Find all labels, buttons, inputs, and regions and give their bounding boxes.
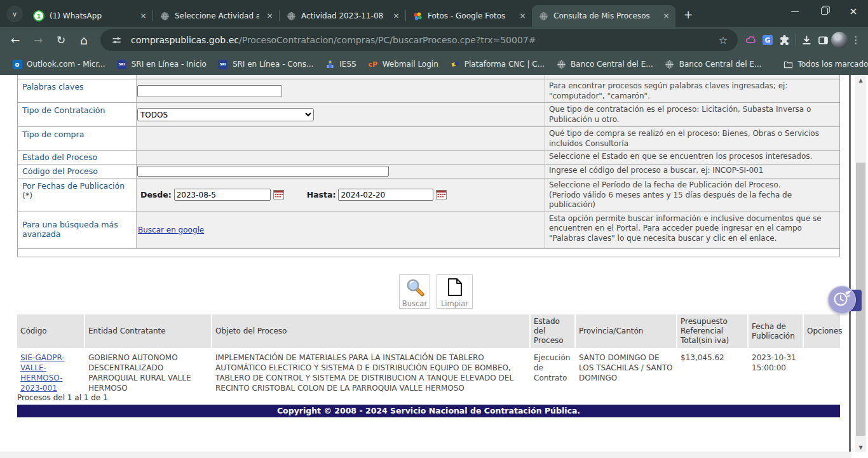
- side-panel-icon[interactable]: [815, 32, 831, 48]
- scroll-down-arrow[interactable]: ▼: [855, 442, 866, 452]
- bookmark-sri-inicio[interactable]: SRI SRI en Línea - Inicio: [112, 57, 211, 71]
- vertical-scrollbar[interactable]: ▲ ▼: [855, 75, 866, 452]
- cell-fecha: 2023-10-31 15:00:00: [749, 348, 804, 375]
- toolbar-divider: [795, 34, 796, 46]
- window-controls: — ×: [780, 0, 868, 27]
- column-header-codigo: Código: [17, 314, 85, 348]
- timer-extension-widget[interactable]: [828, 286, 856, 314]
- tab-seleccione-actividad[interactable]: Seleccione Actividad a modi ×: [153, 5, 279, 27]
- sri-icon: SRI: [218, 59, 228, 69]
- bookmark-webmail[interactable]: cP Webmail Login: [363, 57, 443, 71]
- fecha-hasta-input[interactable]: [338, 189, 433, 201]
- bookmark-outlook[interactable]: o Outlook.com - Micr...: [8, 57, 110, 71]
- browser-window: ∨ 1 (1) WhatsApp × Seleccione Actividad …: [0, 0, 868, 458]
- field-label: Tipo de compra: [18, 127, 136, 150]
- horizontal-scrollbar[interactable]: [0, 452, 851, 458]
- globe-icon: [538, 11, 548, 21]
- tab-consulta-procesos-active[interactable]: Consulta de Mis Procesos ×: [532, 5, 675, 27]
- limpiar-button[interactable]: Limpiar: [437, 274, 473, 309]
- field-description: Qué tipo de compra se realizó en el proc…: [545, 127, 839, 150]
- profile-avatar[interactable]: [831, 32, 848, 48]
- all-bookmarks[interactable]: Todos los marcadores: [778, 57, 868, 71]
- downloads-icon[interactable]: [798, 32, 815, 48]
- desde-label: Desde:: [140, 190, 172, 199]
- tab-search-button[interactable]: ∨: [6, 6, 23, 22]
- minimize-button[interactable]: —: [780, 0, 810, 22]
- reload-button[interactable]: ↻: [51, 30, 71, 50]
- codigo-proceso-input[interactable]: [137, 166, 389, 177]
- restore-icon: [821, 8, 828, 15]
- bookmark-iess[interactable]: IESS: [320, 57, 360, 71]
- address-bar[interactable]: compraspublicas.gob.ec/ProcesoContrataci…: [100, 29, 738, 51]
- pagination-text: Procesos del 1 al 1 de 1: [17, 393, 108, 402]
- restore-button[interactable]: [810, 0, 839, 22]
- buscar-button[interactable]: Buscar: [399, 274, 430, 309]
- calendar-icon[interactable]: [273, 190, 284, 199]
- tab-actividad[interactable]: Actividad 2023-11-08 08:00:0 ×: [280, 5, 405, 27]
- bookmark-label: Banco Central del E...: [571, 60, 653, 69]
- new-tab-button[interactable]: +: [679, 6, 697, 24]
- column-header-provincia: Provincia/Cantón: [576, 314, 677, 348]
- form-row-tipo-contratacion: Tipo de Contratación TODOS Que tipo de c…: [18, 102, 839, 126]
- browser-menu-icon[interactable]: ⋮: [848, 32, 864, 48]
- tab-whatsapp[interactable]: 1 (1) WhatsApp ×: [27, 5, 153, 27]
- calendar-icon[interactable]: [436, 190, 447, 199]
- close-tab-icon[interactable]: ×: [661, 11, 672, 22]
- url-domain: compraspublicas.gob.ec: [131, 35, 239, 45]
- palabras-claves-input[interactable]: [137, 85, 282, 97]
- bookmark-banco-central-1[interactable]: Banco Central del E...: [552, 57, 658, 71]
- bookmarks-bar: o Outlook.com - Micr... SRI SRI en Línea…: [0, 53, 868, 75]
- extension-cloud-icon[interactable]: [743, 32, 759, 48]
- avatar: [831, 32, 848, 48]
- winged-clock-icon: [831, 288, 853, 312]
- buscar-en-google-link[interactable]: Buscar en google: [138, 226, 204, 234]
- field-description: Para encontrar procesos según palabras c…: [545, 79, 839, 102]
- search-form-table: Palabras claves Para encontrar procesos …: [17, 75, 840, 257]
- bookmark-star-icon[interactable]: ☆: [715, 32, 731, 48]
- site-settings-icon[interactable]: [108, 32, 125, 48]
- globe-icon: [286, 11, 296, 21]
- tab-strip: ∨ 1 (1) WhatsApp × Seleccione Actividad …: [0, 0, 868, 27]
- field-label: Para una búsqueda más avanzada: [18, 212, 136, 248]
- close-tab-icon[interactable]: ×: [138, 11, 149, 22]
- fecha-desde-input[interactable]: [174, 189, 271, 201]
- bookmark-banco-central-2[interactable]: Banco Central del E...: [660, 57, 766, 71]
- cell-opciones: [804, 348, 840, 355]
- tipo-contratacion-select[interactable]: TODOS: [137, 108, 314, 121]
- forward-button[interactable]: →: [28, 30, 48, 50]
- close-tab-icon[interactable]: ×: [391, 11, 402, 22]
- back-button[interactable]: ←: [5, 30, 25, 50]
- url-path: /ProcesoContratacion/compras/PC/buscarPr…: [239, 35, 536, 45]
- field-description: Ingrese el código del proceso a buscar, …: [545, 165, 839, 178]
- cell-objeto: IMPLEMENTACIÓN DE MATERIALES PARA LA INS…: [212, 348, 531, 396]
- scroll-up-arrow[interactable]: ▲: [855, 75, 866, 85]
- close-tab-icon[interactable]: ×: [264, 11, 275, 22]
- column-header-opciones: Opciones: [804, 314, 840, 348]
- form-row-cutoff: [18, 75, 839, 79]
- proceso-code-link[interactable]: SIE-GADPR-VALLE-HERMOSO-2023-001: [20, 353, 65, 393]
- iess-icon: [325, 59, 335, 69]
- cell-entidad: GOBIERNO AUTONOMO DESCENTRALIZADO PARROQ…: [85, 348, 212, 396]
- bookmark-label: Outlook.com - Micr...: [27, 60, 105, 69]
- extensions-puzzle-icon[interactable]: [776, 32, 792, 48]
- form-row-codigo-proceso: Código del Proceso Ingrese el código del…: [18, 164, 839, 178]
- sri-icon: SRI: [117, 59, 127, 69]
- cell-provincia: SANTO DOMINGO DE LOS TSACHILAS / SANTO D…: [576, 348, 677, 386]
- translate-icon[interactable]: G: [759, 32, 776, 48]
- form-actions: Buscar Limpiar: [399, 274, 473, 309]
- browser-toolbar: ← → ↻ ⌂ compraspublicas.gob.ec/ProcesoCo…: [0, 27, 868, 53]
- close-window-button[interactable]: ×: [839, 0, 868, 22]
- cell-estado: Ejecución de Contrato: [531, 348, 576, 386]
- column-header-objeto: Objeto del Proceso: [212, 314, 531, 348]
- bookmark-label: IESS: [339, 60, 356, 69]
- tab-title: (1) WhatsApp: [50, 11, 133, 20]
- bookmark-cnc[interactable]: Plataforma CNC | C...: [445, 57, 549, 71]
- right-edge-divider: [849, 75, 851, 458]
- form-row-fechas-publicacion: Por Fechas de Publicación (*) Desde: Has…: [18, 178, 839, 212]
- tab-google-fotos[interactable]: Fotos - Google Fotos ×: [406, 5, 532, 27]
- close-tab-icon[interactable]: ×: [517, 11, 528, 22]
- url-text: compraspublicas.gob.ec/ProcesoContrataci…: [131, 35, 715, 45]
- bookmark-sri-consultas[interactable]: SRI SRI en Línea - Cons...: [214, 57, 318, 71]
- column-header-estado: Estado del Proceso: [531, 314, 576, 348]
- home-button[interactable]: ⌂: [74, 30, 94, 50]
